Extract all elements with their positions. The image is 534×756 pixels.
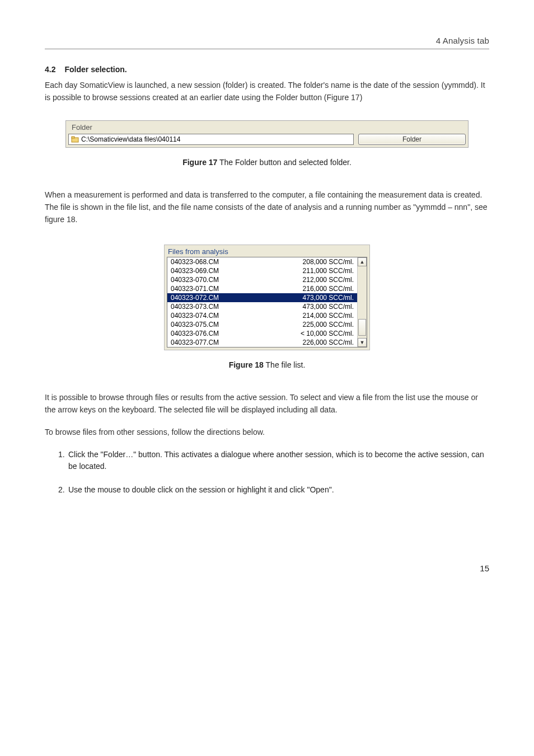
list-item[interactable]: 040323-074.CM214,000 SCC/ml. <box>167 311 357 320</box>
list-item-value: 211,000 SCC/ml. <box>303 266 354 275</box>
figure-17-label: Figure 17 <box>182 158 217 167</box>
body-paragraph-4: To browse files from other sessions, fol… <box>45 426 489 439</box>
folder-panel: Folder C:\Somaticview\data files\040114 … <box>65 120 469 148</box>
list-item-name: 040323-076.CM <box>171 329 219 338</box>
folder-button[interactable]: Folder <box>358 134 466 145</box>
folder-panel-label: Folder <box>66 121 468 133</box>
list-item[interactable]: 040323-073.CM473,000 SCC/ml. <box>167 302 357 311</box>
figure-18-text: The file list. <box>264 360 305 369</box>
list-item-value: 216,000 SCC/ml. <box>303 284 354 293</box>
list-item[interactable]: 040323-069.CM211,000 SCC/ml. <box>167 266 357 275</box>
intro-paragraph-2: When a measurement is performed and data… <box>45 189 489 226</box>
list-item-value: 212,000 SCC/ml. <box>303 275 354 284</box>
list-item[interactable]: 040323-070.CM212,000 SCC/ml. <box>167 275 357 284</box>
step-2-text: Use the mouse to double click on the ses… <box>68 485 334 494</box>
list-item[interactable]: 040323-077.CM226,000 SCC/ml. <box>167 338 357 347</box>
section-title: Folder selection. <box>64 65 127 74</box>
list-item-name: 040323-069.CM <box>171 266 219 275</box>
list-item[interactable]: 040323-068.CM208,000 SCC/ml. <box>167 257 357 266</box>
section-heading: 4.2Folder selection. <box>45 65 489 74</box>
figure-17-text: The Folder button and selected folder. <box>217 158 351 167</box>
list-item-value: 214,000 SCC/ml. <box>303 311 354 320</box>
step-1-text: Click the "Folder…" button. This activat… <box>68 450 484 471</box>
list-item-value: 226,000 SCC/ml. <box>303 338 354 347</box>
list-item-name: 040323-071.CM <box>171 284 219 293</box>
list-item-value: 208,000 SCC/ml. <box>303 257 354 266</box>
list-item[interactable]: 040323-076.CM< 10,000 SCC/ml. <box>167 329 357 338</box>
scroll-down-button[interactable]: ▼ <box>358 338 367 347</box>
list-item[interactable]: 040323-072.CM473,000 SCC/ml. <box>167 293 357 302</box>
list-item-value: 473,000 SCC/ml. <box>303 293 354 302</box>
step-2: 2.Use the mouse to double click on the s… <box>58 484 489 496</box>
file-list[interactable]: 040323-068.CM208,000 SCC/ml.040323-069.C… <box>167 257 357 347</box>
section-number: 4.2 <box>45 65 55 74</box>
page-number: 15 <box>45 564 489 573</box>
list-item-value: 473,000 SCC/ml. <box>303 302 354 311</box>
scrollbar[interactable]: ▲ ▼ <box>357 257 367 347</box>
intro-paragraph-1: Each day SomaticView is launched, a new … <box>45 79 489 104</box>
list-item-name: 040323-070.CM <box>171 275 219 284</box>
list-item-name: 040323-072.CM <box>171 293 219 302</box>
scroll-thumb[interactable] <box>358 319 366 336</box>
file-list-panel-label: Files from analysis <box>165 245 369 257</box>
list-item-name: 040323-073.CM <box>171 302 219 311</box>
file-list-panel: Files from analysis 040323-068.CM208,000… <box>164 245 370 350</box>
list-item-name: 040323-077.CM <box>171 338 219 347</box>
figure-18-caption: Figure 18 The file list. <box>45 360 489 369</box>
steps-list: 1.Click the "Folder…" button. This activ… <box>45 449 489 496</box>
page-header: 4 Analysis tab <box>45 36 489 49</box>
list-item-name: 040323-074.CM <box>171 311 219 320</box>
figure-18-label: Figure 18 <box>229 360 264 369</box>
list-item[interactable]: 040323-071.CM216,000 SCC/ml. <box>167 284 357 293</box>
step-1: 1.Click the "Folder…" button. This activ… <box>58 449 489 473</box>
list-item[interactable]: 040323-075.CM225,000 SCC/ml. <box>167 320 357 329</box>
svg-rect-1 <box>72 137 74 138</box>
folder-icon <box>71 135 79 143</box>
list-item-name: 040323-068.CM <box>171 257 219 266</box>
figure-17-caption: Figure 17 The Folder button and selected… <box>45 158 489 167</box>
list-item-value: 225,000 SCC/ml. <box>303 320 354 329</box>
step-1-number: 1. <box>58 449 68 461</box>
folder-path-text: C:\Somaticview\data files\040114 <box>81 135 180 143</box>
scroll-up-button[interactable]: ▲ <box>358 257 367 266</box>
step-2-number: 2. <box>58 484 68 496</box>
folder-path-display: C:\Somaticview\data files\040114 <box>68 134 354 145</box>
list-item-value: < 10,000 SCC/ml. <box>301 329 354 338</box>
body-paragraph-3: It is possible to browse through files o… <box>45 392 489 416</box>
list-item-name: 040323-075.CM <box>171 320 219 329</box>
folder-button-label: Folder <box>402 135 421 143</box>
